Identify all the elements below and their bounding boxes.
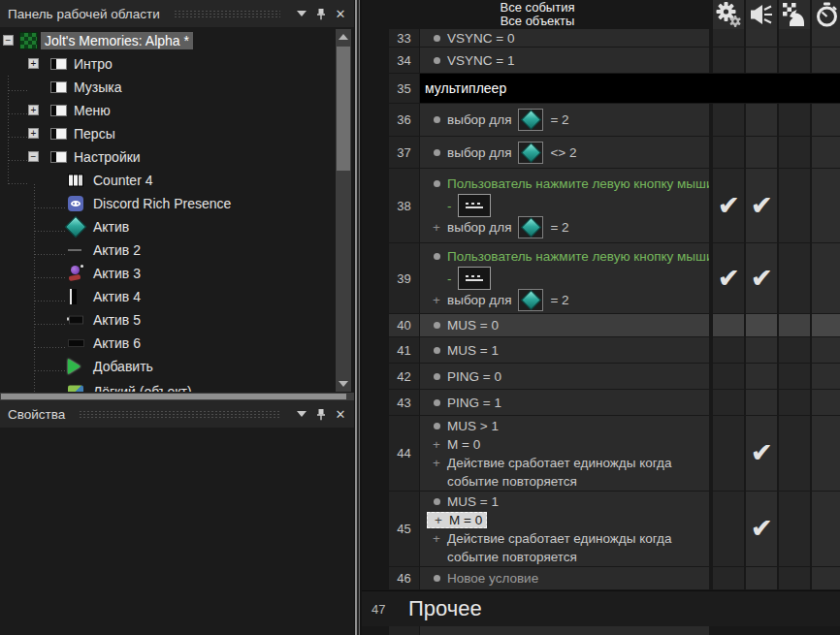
tree-item-object[interactable]: Актив 4 bbox=[0, 285, 336, 308]
condition-text[interactable]: событие повторяется bbox=[447, 474, 577, 489]
event-row-partial[interactable] bbox=[362, 626, 840, 635]
action-cell[interactable] bbox=[779, 337, 810, 363]
tree-item-label[interactable]: Интро bbox=[70, 55, 116, 73]
tree-item-label[interactable]: Актив 4 bbox=[89, 288, 145, 305]
action-cell[interactable] bbox=[812, 243, 840, 313]
condition-text[interactable]: MUS = 0 bbox=[447, 318, 499, 333]
action-cell[interactable] bbox=[812, 29, 840, 47]
condition-text[interactable]: PING = 0 bbox=[447, 369, 501, 384]
tree-item-frame[interactable]: − Настройки bbox=[0, 145, 336, 169]
action-cell[interactable] bbox=[812, 492, 840, 566]
condition-text[interactable]: Пользователь нажмите левую кнопку мыши bbox=[447, 176, 709, 191]
tree-item-label[interactable]: Актив 6 bbox=[89, 334, 145, 352]
condition-operator[interactable]: = 2 bbox=[550, 220, 568, 235]
action-cell[interactable] bbox=[746, 29, 777, 47]
tree-item-label[interactable]: Актив 5 bbox=[89, 311, 145, 329]
action-cell[interactable] bbox=[779, 48, 810, 73]
action-cell[interactable] bbox=[779, 492, 810, 566]
tree-vertical-scrollbar[interactable] bbox=[336, 29, 351, 392]
action-cell[interactable] bbox=[713, 390, 744, 415]
collapse-box[interactable]: − bbox=[28, 151, 39, 162]
condition-text[interactable]: MUS = 1 bbox=[447, 343, 499, 358]
tree-item-object[interactable]: Актив 6 bbox=[0, 332, 336, 355]
event-row[interactable]: 39 Пользователь нажмите левую кнопку мыш… bbox=[362, 243, 840, 313]
tree-item-object[interactable]: Counter 4 bbox=[0, 169, 336, 192]
condition-text[interactable]: выбор для bbox=[447, 145, 511, 160]
action-cell[interactable] bbox=[812, 567, 840, 589]
condition-cell[interactable]: MUS = 0 bbox=[420, 314, 709, 336]
tree-item-label[interactable]: Добавить bbox=[89, 358, 157, 375]
tree-item-root[interactable]: − Jolt's Memories: Alpha * bbox=[0, 29, 336, 52]
column-header-timer[interactable] bbox=[812, 0, 840, 29]
event-row[interactable]: 41 MUS = 1 bbox=[362, 337, 840, 363]
tree-item-frame[interactable]: + Меню bbox=[0, 99, 336, 122]
panel-pin-button[interactable] bbox=[311, 405, 331, 423]
action-cell[interactable] bbox=[779, 314, 810, 336]
panel-drag-texture[interactable] bbox=[79, 410, 280, 419]
panel-close-button[interactable]: ✕ bbox=[331, 5, 350, 22]
check-icon[interactable]: ✔ bbox=[751, 266, 773, 292]
scrollbar-thumb[interactable] bbox=[337, 47, 350, 171]
panel-pin-button[interactable] bbox=[311, 5, 331, 22]
tree-item-label[interactable]: Персы bbox=[70, 125, 119, 143]
check-icon[interactable]: ✔ bbox=[751, 516, 773, 542]
action-cell[interactable] bbox=[812, 104, 840, 136]
condition-text[interactable]: Действие сработает единожды когда bbox=[447, 456, 671, 470]
condition-cell[interactable]: MUS = 1 +M = 0 +Действие сработает едино… bbox=[420, 492, 709, 566]
condition-text[interactable]: выбор для bbox=[447, 293, 511, 307]
collapse-box[interactable]: − bbox=[3, 35, 14, 46]
tree-item-object[interactable]: Актив bbox=[0, 215, 336, 238]
tree-item-object[interactable]: Актив 2 bbox=[0, 238, 336, 262]
action-cell[interactable] bbox=[779, 567, 810, 589]
action-cell[interactable] bbox=[713, 492, 744, 566]
action-cell[interactable]: ✔ bbox=[713, 243, 744, 313]
condition-cell[interactable]: MUS > 1 +M = 0 +Действие сработает едино… bbox=[420, 416, 709, 491]
event-row[interactable]: 42 PING = 0 bbox=[362, 364, 840, 389]
panel-menu-button[interactable] bbox=[292, 5, 311, 22]
tree-item-frame[interactable]: Музыка bbox=[0, 76, 336, 99]
action-cell[interactable] bbox=[746, 137, 777, 168]
event-row[interactable]: 45 MUS = 1 +M = 0 +Действие сработает ед… bbox=[362, 492, 840, 566]
condition-text[interactable]: MUS = 1 bbox=[447, 494, 499, 509]
event-group-row[interactable]: 47 Прочее bbox=[362, 590, 840, 626]
condition-text[interactable]: VSYNC = 1 bbox=[447, 53, 514, 68]
scroll-down-arrow-icon[interactable] bbox=[339, 381, 348, 387]
check-icon[interactable]: ✔ bbox=[751, 193, 773, 219]
condition-cell[interactable]: выбор для<> 2 bbox=[420, 137, 709, 168]
tree-horizontal-scrollbar[interactable] bbox=[0, 393, 354, 400]
tree-item-label[interactable]: Discord Rich Presence bbox=[89, 195, 235, 212]
action-cell[interactable] bbox=[713, 48, 744, 73]
action-cell[interactable] bbox=[779, 29, 810, 47]
action-cell[interactable] bbox=[779, 416, 810, 491]
panel-close-button[interactable]: ✕ bbox=[331, 405, 350, 423]
condition-cell[interactable]: MUS = 1 bbox=[420, 337, 709, 363]
action-cell[interactable] bbox=[779, 169, 810, 242]
scrollbar-thumb[interactable] bbox=[1, 394, 346, 399]
action-cell[interactable] bbox=[812, 364, 840, 389]
action-cell[interactable] bbox=[779, 243, 810, 313]
event-row[interactable]: 34 VSYNC = 1 bbox=[362, 48, 840, 73]
action-cell[interactable] bbox=[746, 314, 777, 336]
check-icon[interactable]: ✔ bbox=[751, 440, 773, 466]
action-cell[interactable] bbox=[746, 567, 777, 589]
action-cell[interactable] bbox=[779, 364, 810, 389]
action-cell[interactable]: ✔ bbox=[746, 243, 777, 313]
tree-item-frame[interactable]: + Персы bbox=[0, 122, 336, 145]
column-header-storyboard[interactable] bbox=[779, 0, 810, 29]
event-row[interactable]: 37 выбор для<> 2 bbox=[362, 137, 840, 168]
condition-text[interactable]: M = 0 bbox=[447, 437, 480, 452]
action-cell[interactable]: ✔ bbox=[746, 492, 777, 566]
selected-condition[interactable]: +M = 0 bbox=[427, 512, 487, 528]
event-row-comment[interactable]: 35 мультиплеер bbox=[362, 74, 840, 103]
action-cell[interactable]: ✔ bbox=[746, 416, 777, 491]
action-cell[interactable] bbox=[812, 48, 840, 73]
tree-item-label[interactable]: Меню bbox=[70, 102, 114, 119]
condition-cell[interactable]: VSYNC = 0 bbox=[420, 29, 709, 47]
tree-item-object[interactable]: Лёгкий (объект) bbox=[0, 378, 336, 392]
condition-text[interactable]: выбор для bbox=[447, 112, 511, 127]
condition-cell[interactable]: VSYNC = 1 bbox=[420, 48, 709, 73]
event-row[interactable]: 44 MUS > 1 +M = 0 +Действие сработает ед… bbox=[362, 416, 840, 491]
event-filter-header[interactable]: Все события Все объекты bbox=[362, 1, 713, 28]
action-cell[interactable] bbox=[812, 137, 840, 168]
action-cell[interactable] bbox=[812, 416, 840, 491]
